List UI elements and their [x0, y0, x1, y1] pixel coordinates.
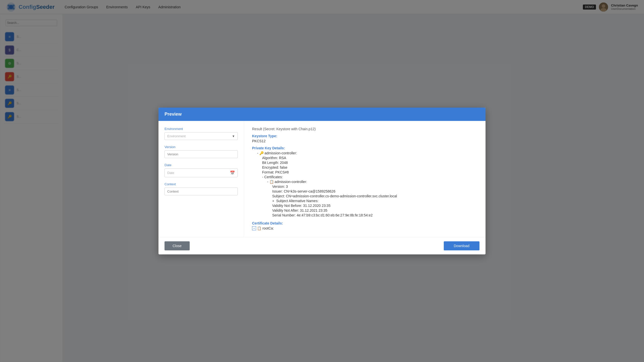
modal-overlay: Preview Environment Environment ▼ Versio…	[0, 0, 644, 14]
